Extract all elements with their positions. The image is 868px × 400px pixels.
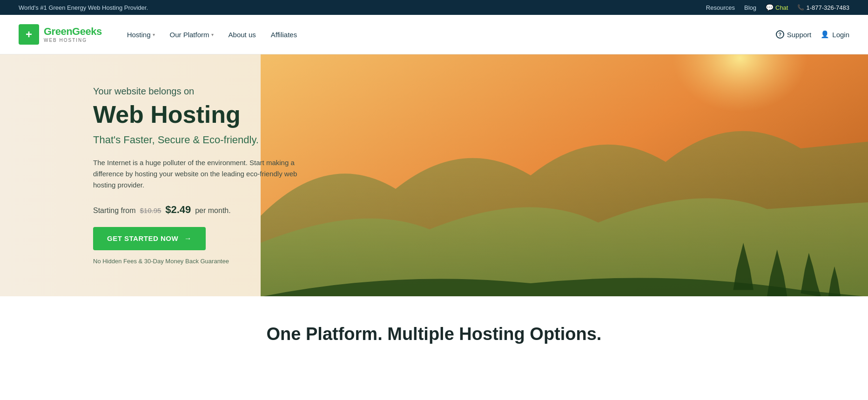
cta-label: GET STARTED NOW [107,234,178,242]
chat-link[interactable]: 💬 Chat [766,4,788,11]
top-bar: World's #1 Green Energy Web Hosting Prov… [0,0,868,15]
new-price: $2.49 [165,204,191,215]
hero-description: The Internet is a huge polluter of the e… [93,157,298,191]
hero-section: Your website belongs on Web Hosting That… [0,54,868,296]
hero-content: Your website belongs on Web Hosting That… [0,58,316,292]
top-bar-tagline: World's #1 Green Energy Web Hosting Prov… [19,4,148,11]
support-link[interactable]: ? Support [776,30,812,39]
pricing-prefix: Starting from [93,207,136,214]
nav-about-label: About us [229,31,256,39]
hero-landscape-svg [261,54,868,296]
hero-tagline: That's Faster, Secure & Eco-friendly. [93,134,298,146]
phone-info: 📞 1-877-326-7483 [797,4,849,11]
top-bar-right: Resources Blog 💬 Chat 📞 1-877-326-7483 [706,4,849,11]
chevron-down-icon: ▾ [153,32,155,37]
phone-icon: 📞 [797,4,804,11]
nav-affiliates-label: Affiliates [271,31,297,39]
logo-name: GreenGeeks [44,26,102,37]
chevron-down-icon: ▾ [211,32,214,37]
chat-icon: 💬 [766,4,774,11]
arrow-icon: → [184,234,192,242]
hero-title: Web Hosting [93,101,298,128]
hero-guarantee: No Hidden Fees & 30-Day Money Back Guara… [93,258,298,265]
resources-link[interactable]: Resources [706,4,735,11]
blog-link[interactable]: Blog [744,4,756,11]
user-icon: 👤 [821,30,829,39]
cta-button[interactable]: GET STARTED NOW → [93,227,206,250]
bottom-section: One Platform. Multiple Hosting Options. [0,296,868,363]
pricing-suffix: per month. [195,207,230,214]
hero-subtitle: Your website belongs on [93,86,298,97]
support-icon: ? [776,30,784,39]
logo-text: GreenGeeks WEB HOSTING [44,26,102,42]
login-label: Login [832,31,849,39]
navbar: + GreenGeeks WEB HOSTING Hosting ▾ Our P… [0,15,868,54]
nav-hosting[interactable]: Hosting ▾ [121,27,161,42]
nav-platform-label: Our Platform [170,31,209,39]
logo-icon: + [19,24,39,45]
hero-pricing: Starting from $10.95 $2.49 per month. [93,204,298,216]
bottom-title: One Platform. Multiple Hosting Options. [19,324,849,344]
logo[interactable]: + GreenGeeks WEB HOSTING [19,24,102,45]
nav-about[interactable]: About us [222,27,262,42]
nav-affiliates[interactable]: Affiliates [264,27,303,42]
nav-links: Hosting ▾ Our Platform ▾ About us Affili… [121,27,304,42]
login-link[interactable]: 👤 Login [821,30,849,39]
nav-hosting-label: Hosting [127,31,151,39]
support-label: Support [787,31,812,39]
nav-platform[interactable]: Our Platform ▾ [163,27,220,42]
nav-right: ? Support 👤 Login [776,30,849,39]
logo-sub: WEB HOSTING [44,38,102,43]
nav-left: + GreenGeeks WEB HOSTING Hosting ▾ Our P… [19,24,303,45]
old-price: $10.95 [140,207,161,214]
